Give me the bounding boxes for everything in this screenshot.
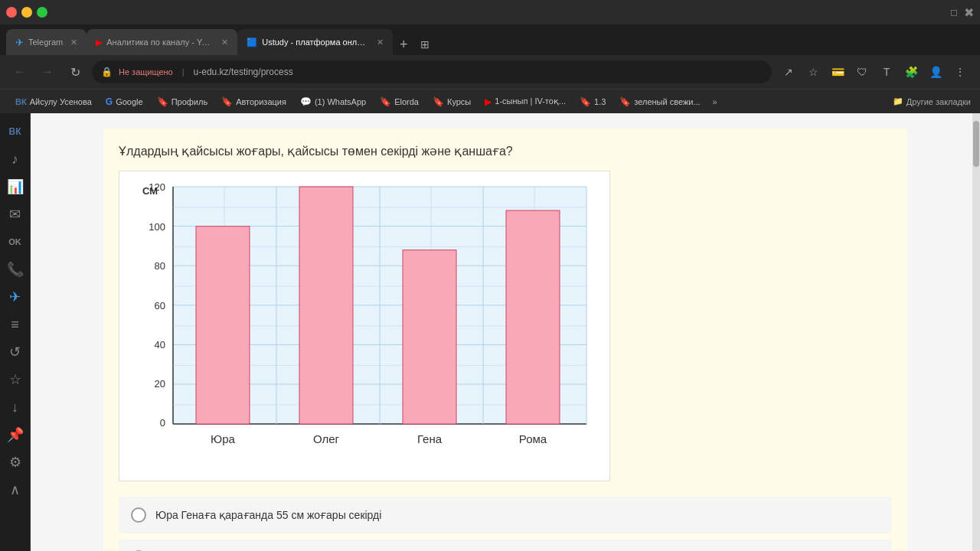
bookmark-grade1[interactable]: ▶ 1-сынып | IV-тоқ... xyxy=(479,95,572,109)
svg-text:100: 100 xyxy=(149,221,165,233)
svg-text:Юра: Юра xyxy=(211,432,235,445)
bar-yura xyxy=(196,227,250,424)
bookmark-vk[interactable]: ВК Айсулу Усенова xyxy=(9,96,98,108)
translate-button[interactable]: T xyxy=(876,61,897,83)
share-button[interactable]: ↗ xyxy=(778,61,799,83)
address-bar[interactable]: 🔒 Не защищено | u-edu.kz/testing/process xyxy=(92,60,772,83)
bar-gena xyxy=(403,250,456,424)
sidebar-item-vk[interactable]: ВК xyxy=(3,119,28,144)
fullscreen-button[interactable]: ✖ xyxy=(964,5,974,20)
telegram-tab-icon: ✈ xyxy=(15,37,24,48)
answer-text-1: Юра Генаға қарағанда 55 см жоғары секірд… xyxy=(155,509,381,521)
sidebar-item-pin[interactable]: 📌 xyxy=(3,422,28,447)
new-tab-button[interactable]: + xyxy=(393,34,414,55)
bar-roma xyxy=(506,210,560,424)
tab-youtube[interactable]: ▶ Аналитика по каналу - YouT... ✕ xyxy=(87,29,237,55)
bar-oleg xyxy=(299,187,353,424)
auth-bookmark-icon: 🔖 xyxy=(221,96,233,107)
courses-icon: 🔖 xyxy=(433,96,444,107)
sidebar-item-collapse[interactable]: ∧ xyxy=(3,478,28,502)
minimize-button[interactable] xyxy=(21,7,32,18)
youtube-tab-label: Аналитика по каналу - YouT... xyxy=(106,37,214,47)
bookmark-google-label: Google xyxy=(116,97,142,106)
sidebar-item-list[interactable]: ≡ xyxy=(3,312,28,337)
sidebar-item-downloads[interactable]: ↓ xyxy=(3,395,28,419)
youtube-bk-icon: ▶ xyxy=(485,96,492,107)
sidebar-item-mail[interactable]: ✉ xyxy=(3,202,28,227)
bookmark-auth-label: Авторизация xyxy=(236,97,286,106)
bookmark-elorda[interactable]: 🔖 Elorda xyxy=(374,95,425,109)
folder-icon: 📁 xyxy=(893,96,903,106)
sidebar-item-favorites[interactable]: ☆ xyxy=(3,367,28,392)
youtube-tab-close[interactable]: ✕ xyxy=(221,37,228,47)
bookmarks-more-button[interactable]: » xyxy=(708,96,722,108)
bookmark-auth[interactable]: 🔖 Авторизация xyxy=(215,95,292,109)
bookmark-whatsapp-label: (1) WhatsApp xyxy=(315,97,366,106)
ustudy-tab-close[interactable]: ✕ xyxy=(377,37,384,47)
bookmark-thirteen[interactable]: 🔖 1.3 xyxy=(573,95,612,109)
wallet-icon[interactable]: 💳 xyxy=(827,61,848,83)
browser-chrome: ◻ ✖ ✈ Telegram ✕ ▶ Аналитика по каналу -… xyxy=(0,0,980,113)
bar-chart: 120 100 80 60 40 20 0 СМ xyxy=(127,179,602,470)
radio-button-1[interactable] xyxy=(131,507,146,523)
restore-button[interactable]: ◻ xyxy=(950,7,958,18)
bookmark-elorda-label: Elorda xyxy=(394,97,419,106)
other-bookmarks-label: Другие закладки xyxy=(906,97,971,106)
close-button[interactable] xyxy=(6,7,17,18)
svg-text:Олег: Олег xyxy=(313,432,340,445)
tab-ustudy[interactable]: 🟦 Ustudy - платформа онлайн... ✕ xyxy=(237,29,393,55)
scrollbar-thumb[interactable] xyxy=(973,121,979,167)
bookmark-profile-label: Профиль xyxy=(172,97,208,106)
reload-button[interactable]: ↻ xyxy=(64,61,86,83)
bookmark-profile[interactable]: 🔖 Профиль xyxy=(151,95,214,109)
sidebar-item-analytics[interactable]: 📊 xyxy=(3,174,28,199)
svg-text:Гена: Гена xyxy=(417,432,443,445)
scrollbar-track[interactable] xyxy=(972,113,980,551)
quiz-container: Ұлдардың қайсысы жоғары, қайсысы төмен с… xyxy=(103,129,907,551)
extensions-button[interactable]: 🧩 xyxy=(900,61,922,83)
bookmark-whatsapp[interactable]: 💬 (1) WhatsApp xyxy=(294,95,372,109)
bookmark-green-label: зеленый свежи... xyxy=(634,97,700,106)
bookmark-google[interactable]: G Google xyxy=(100,95,149,109)
bookmark-courses[interactable]: 🔖 Курсы xyxy=(426,95,477,109)
maximize-button[interactable] xyxy=(37,7,47,18)
bookmark-green[interactable]: 🔖 зеленый свежи... xyxy=(613,95,706,109)
thirteen-icon: 🔖 xyxy=(580,96,591,107)
security-label: Не защищено xyxy=(119,67,173,77)
vk-icon: ВК xyxy=(15,97,27,106)
profile-button[interactable]: 👤 xyxy=(925,61,946,83)
youtube-tab-icon: ▶ xyxy=(96,37,102,47)
sidebar-item-music[interactable]: ♪ xyxy=(3,147,28,171)
sidebar-item-ok[interactable]: OK xyxy=(3,230,28,254)
ustudy-tab-icon: 🟦 xyxy=(247,37,257,47)
page-content: Ұлдардың қайсысы жоғары, қайсысы төмен с… xyxy=(31,113,980,551)
svg-text:СМ: СМ xyxy=(142,185,158,197)
shield-icon[interactable]: 🛡 xyxy=(851,61,873,83)
other-bookmarks[interactable]: 📁 Другие закладки xyxy=(893,96,971,106)
menu-button[interactable]: ⋮ xyxy=(949,61,971,83)
telegram-tab-close[interactable]: ✕ xyxy=(70,37,77,47)
back-button[interactable]: ← xyxy=(9,61,31,83)
tab-menu-button[interactable]: ⊞ xyxy=(414,34,436,55)
telegram-tab-label: Telegram xyxy=(28,37,63,47)
answer-option-1[interactable]: Юра Генаға қарағанда 55 см жоғары секірд… xyxy=(119,497,892,533)
sidebar-item-history[interactable]: ↺ xyxy=(3,340,28,364)
svg-text:60: 60 xyxy=(155,300,165,311)
answer-option-2[interactable]: Олег Генаға қарағанда 45 см жоғары секір… xyxy=(119,540,892,551)
bookmark-courses-label: Курсы xyxy=(447,97,471,106)
nav-bar: ← → ↻ 🔒 Не защищено | u-edu.kz/testing/p… xyxy=(0,55,980,89)
sidebar-item-calls[interactable]: 📞 xyxy=(3,257,28,282)
svg-text:20: 20 xyxy=(155,378,165,390)
svg-text:40: 40 xyxy=(155,339,165,350)
bookmark-button[interactable]: ☆ xyxy=(802,61,824,83)
forward-button[interactable]: → xyxy=(37,61,58,83)
sidebar-item-telegram[interactable]: ✈ xyxy=(3,285,28,309)
url-separator: | xyxy=(179,67,188,77)
question-text: Ұлдардың қайсысы жоғары, қайсысы төмен с… xyxy=(119,144,892,158)
tab-telegram[interactable]: ✈ Telegram ✕ xyxy=(6,29,87,55)
elorda-icon: 🔖 xyxy=(380,96,391,107)
svg-text:80: 80 xyxy=(155,260,165,272)
svg-text:Рома: Рома xyxy=(519,432,547,445)
bookmark-thirteen-label: 1.3 xyxy=(594,97,606,106)
sidebar-item-settings[interactable]: ⚙ xyxy=(3,450,28,474)
